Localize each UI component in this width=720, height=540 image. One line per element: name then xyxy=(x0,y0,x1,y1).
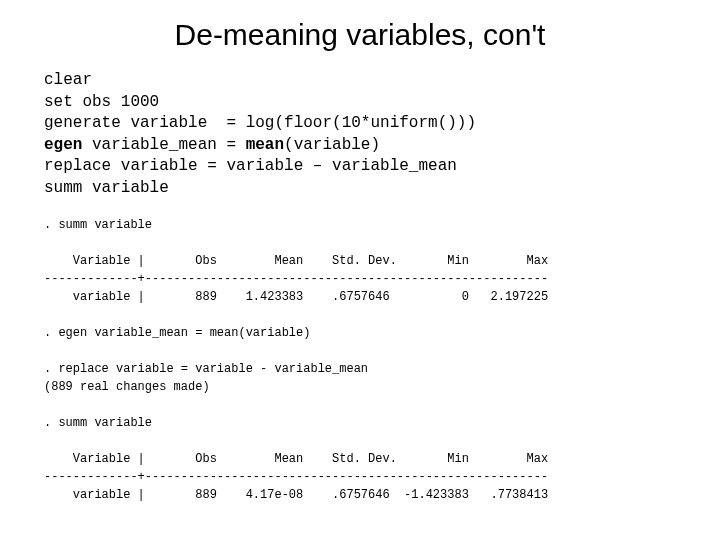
code-line: clear xyxy=(44,71,92,89)
output-line: . replace variable = variable - variable… xyxy=(44,362,368,376)
code-line: generate variable = log(floor(10*uniform… xyxy=(44,114,476,132)
code-line: set obs 1000 xyxy=(44,93,159,111)
code-line: summ variable xyxy=(44,179,169,197)
table-header: Variable | Obs Mean Std. Dev. Min Max xyxy=(44,452,548,466)
code-line: (variable) xyxy=(284,136,380,154)
code-keyword: mean xyxy=(246,136,284,154)
code-line: variable_mean = xyxy=(82,136,245,154)
output-line: . summ variable xyxy=(44,416,152,430)
table-row: variable | 889 1.423383 .6757646 0 2.197… xyxy=(44,290,548,304)
code-line: replace variable = variable – variable_m… xyxy=(44,157,457,175)
table-separator: -------------+--------------------------… xyxy=(44,272,548,286)
page-title: De-meaning variables, con't xyxy=(0,10,720,70)
table-header: Variable | Obs Mean Std. Dev. Min Max xyxy=(44,254,548,268)
table-separator: -------------+--------------------------… xyxy=(44,470,548,484)
table-row: variable | 889 4.17e-08 .6757646 -1.4233… xyxy=(44,488,548,502)
code-keyword: egen xyxy=(44,136,82,154)
code-block: clear set obs 1000 generate variable = l… xyxy=(0,70,720,210)
output-line: . summ variable xyxy=(44,218,152,232)
output-line: . egen variable_mean = mean(variable) xyxy=(44,326,310,340)
output-line: (889 real changes made) xyxy=(44,380,210,394)
stata-output: . summ variable Variable | Obs Mean Std.… xyxy=(0,210,720,504)
